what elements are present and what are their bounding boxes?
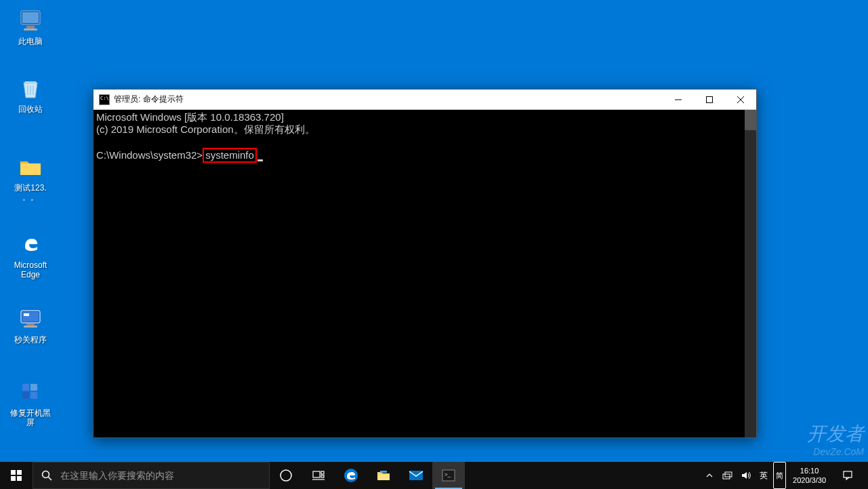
search-icon — [33, 470, 60, 481]
svg-rect-40 — [844, 471, 852, 477]
desktop-icon-label: Microsoft Edge — [7, 260, 54, 279]
svg-rect-24 — [17, 476, 22, 481]
tray-time: 16:10 — [800, 466, 819, 475]
tray-clock[interactable]: 16:10 2020/3/30 — [787, 466, 831, 485]
svg-rect-14 — [30, 384, 37, 391]
highlighted-command: systeminfo — [203, 148, 257, 163]
watermark-text: 开发者 — [807, 425, 864, 443]
taskbar: >_ 英 简 16:10 2020/3/30 — [0, 462, 868, 489]
close-button[interactable] — [725, 90, 756, 110]
window-title: 管理员: 命令提示符 — [114, 94, 663, 105]
taskbar-cmd[interactable]: >_ — [432, 462, 465, 489]
svg-text:>_: >_ — [445, 471, 451, 477]
taskbar-spacer — [465, 462, 701, 489]
desktop-icon-label: 修复开机黑屏 — [7, 408, 54, 427]
cmd-prompt: C:\Windows\system32> — [96, 149, 203, 161]
folder-icon — [17, 153, 44, 180]
svg-rect-30 — [321, 475, 324, 477]
taskbar-explorer[interactable] — [367, 462, 400, 489]
task-view-button[interactable] — [302, 462, 335, 489]
system-tray: 英 简 16:10 2020/3/30 — [701, 462, 868, 489]
scrollbar[interactable] — [745, 110, 756, 437]
svg-rect-1 — [22, 12, 39, 23]
svg-rect-11 — [26, 324, 35, 326]
tray-network-icon[interactable] — [718, 462, 737, 489]
desktop-icon-shutdown[interactable]: 秒关程序 — [5, 304, 56, 346]
cmd-prompt-line: C:\Windows\system32>systeminfo — [96, 148, 753, 163]
svg-rect-2 — [26, 26, 35, 28]
svg-rect-33 — [377, 475, 390, 480]
svg-rect-22 — [17, 470, 22, 475]
svg-rect-16 — [30, 392, 37, 399]
scrollbar-thumb[interactable] — [745, 110, 756, 130]
desktop-icon-recycle-bin[interactable]: 回收站 — [5, 73, 56, 115]
window-controls — [663, 90, 756, 110]
cmd-blank-line — [96, 136, 753, 148]
tray-chevron-up-icon[interactable] — [701, 462, 718, 489]
cmd-window: 管理员: 命令提示符 Microsoft Windows [版本 10.0.18… — [93, 89, 757, 438]
svg-rect-21 — [11, 470, 16, 475]
svg-rect-35 — [409, 471, 423, 480]
svg-rect-28 — [313, 471, 320, 477]
start-button[interactable] — [0, 462, 33, 489]
desktop-icon-label: 秒关程序 — [14, 335, 47, 345]
desktop-icon-fix-boot[interactable]: 修复开机黑屏 — [5, 377, 56, 429]
svg-rect-10 — [24, 313, 29, 316]
desktop-icon-label: 回收站 — [18, 104, 43, 114]
svg-rect-12 — [24, 326, 37, 328]
svg-rect-18 — [707, 96, 713, 102]
svg-rect-13 — [22, 384, 29, 391]
taskbar-mail[interactable] — [400, 462, 432, 489]
svg-rect-29 — [321, 471, 324, 474]
taskbar-edge[interactable] — [335, 462, 367, 489]
action-center-button[interactable] — [831, 470, 864, 481]
recycle-bin-icon — [17, 75, 44, 102]
fix-boot-icon — [17, 378, 44, 406]
watermark: 开发者 DevZe.CoM — [807, 425, 864, 461]
maximize-button[interactable] — [694, 90, 725, 110]
svg-rect-23 — [11, 476, 16, 481]
search-input[interactable] — [60, 470, 269, 481]
svg-rect-15 — [22, 392, 29, 399]
search-box[interactable] — [33, 462, 270, 489]
svg-rect-34 — [380, 471, 387, 473]
cmd-icon — [99, 94, 110, 105]
cortana-button[interactable] — [270, 462, 302, 489]
desktop-icon-label: 此电脑 — [18, 37, 43, 46]
tray-ime-mode[interactable]: 简 — [773, 462, 786, 489]
this-pc-icon — [17, 7, 44, 34]
svg-rect-3 — [24, 28, 37, 31]
tray-date: 2020/3/30 — [793, 475, 826, 485]
desktop-icon-edge[interactable]: Microsoft Edge — [5, 229, 56, 281]
cmd-output-line: Microsoft Windows [版本 10.0.18363.720] — [96, 111, 753, 123]
tray-volume-icon[interactable] — [737, 462, 756, 489]
edge-icon — [17, 231, 44, 258]
titlebar[interactable]: 管理员: 命令提示符 — [94, 90, 756, 110]
desktop-icon-this-pc[interactable]: 此电脑 — [5, 5, 56, 47]
watermark-sub: DevZe.CoM — [807, 443, 864, 461]
cmd-body[interactable]: Microsoft Windows [版本 10.0.18363.720] (c… — [94, 110, 756, 437]
shutdown-icon — [17, 305, 44, 332]
cursor — [257, 159, 263, 161]
minimize-button[interactable] — [663, 90, 694, 110]
desktop-icon-test-folder[interactable]: 测试123. 。。 — [5, 152, 56, 203]
cmd-output-line: (c) 2019 Microsoft Corporation。保留所有权利。 — [96, 123, 753, 136]
desktop-icon-label: 测试123. 。。 — [7, 183, 54, 202]
svg-line-26 — [49, 477, 52, 481]
svg-point-27 — [281, 470, 291, 481]
tray-ime-lang[interactable]: 英 — [756, 462, 772, 489]
svg-point-25 — [43, 471, 49, 478]
